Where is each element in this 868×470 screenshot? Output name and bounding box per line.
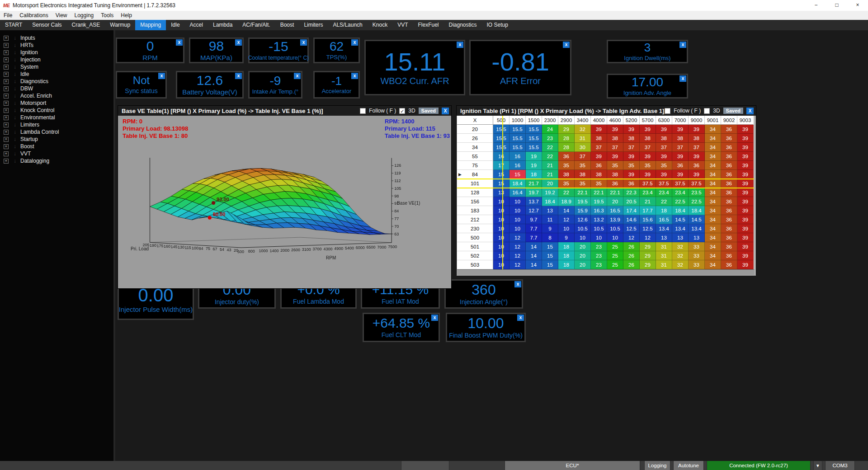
table-cell[interactable]: 34 xyxy=(705,152,721,161)
table-cell[interactable]: 22.3 xyxy=(623,188,640,197)
sidebar-item-datalogging[interactable]: +↓Datalogging xyxy=(4,157,113,164)
table-cell[interactable]: 39 xyxy=(737,125,754,134)
gauge-close-icon[interactable]: x xyxy=(294,73,301,79)
table-cell[interactable]: 36 xyxy=(721,188,737,197)
table-cell[interactable]: 17.4 xyxy=(623,206,640,215)
table-cell[interactable]: 39 xyxy=(591,125,607,134)
table-cell[interactable]: 33 xyxy=(689,260,705,269)
table-cell[interactable]: 10 xyxy=(493,215,509,224)
table-cell[interactable]: 10 xyxy=(493,242,509,251)
table-cell[interactable]: 35 xyxy=(591,179,607,188)
gauge-close-icon[interactable]: x xyxy=(431,315,438,321)
table-cell[interactable]: 37 xyxy=(591,143,607,152)
table-cell[interactable]: 37.5 xyxy=(672,179,689,188)
table-cell[interactable]: 15.9 xyxy=(575,206,591,215)
table-cell[interactable]: 7.7 xyxy=(526,224,542,233)
gauge-close-icon[interactable]: x xyxy=(235,73,242,79)
table-cell[interactable]: 12 xyxy=(640,233,656,242)
table-cell[interactable]: 10 xyxy=(493,206,509,215)
gauge-tps[interactable]: 62TPS(%)x xyxy=(313,38,360,63)
table-cell[interactable]: 11 xyxy=(542,215,558,224)
table-cell[interactable]: 36 xyxy=(721,143,737,152)
menu-help[interactable]: Help xyxy=(117,11,136,20)
table-cell[interactable]: 15 xyxy=(493,170,509,179)
table-cell[interactable]: 10 xyxy=(509,224,526,233)
tab-vvt[interactable]: VVT xyxy=(392,20,413,30)
menu-calibrations[interactable]: Calibrations xyxy=(16,11,52,20)
table-cell[interactable]: 25 xyxy=(607,242,623,251)
tab-warmup[interactable]: Warmup xyxy=(105,20,135,30)
table-cell[interactable]: 16.4 xyxy=(509,188,526,197)
table-cell[interactable]: 34 xyxy=(705,251,721,260)
tab-mapping[interactable]: Mapping xyxy=(135,20,166,30)
threed-checkbox[interactable] xyxy=(704,108,710,114)
table-cell[interactable]: 13 xyxy=(493,188,509,197)
gauge-close-icon[interactable]: x xyxy=(679,75,686,82)
table-cell[interactable]: 39 xyxy=(656,152,672,161)
table-cell[interactable]: 12 xyxy=(623,233,640,242)
table-cell[interactable]: 36 xyxy=(721,242,737,251)
tab-flexfuel[interactable]: FlexFuel xyxy=(413,20,443,30)
sidebar-item-knock-control[interactable]: +↓Knock Control xyxy=(4,107,113,114)
table-cell[interactable]: 18.4 xyxy=(509,179,526,188)
table-cell[interactable]: 36 xyxy=(721,152,737,161)
table-cell[interactable]: 19.5 xyxy=(591,197,607,206)
table-cell[interactable]: 10 xyxy=(493,197,509,206)
table-cell[interactable]: 19 xyxy=(526,152,542,161)
table-cell[interactable]: 16.5 xyxy=(656,215,672,224)
tab-idle[interactable]: Idle xyxy=(166,20,184,30)
table-cell[interactable]: 22 xyxy=(558,188,575,197)
table-cell[interactable]: 39 xyxy=(623,125,640,134)
table-cell[interactable]: 19.5 xyxy=(575,197,591,206)
status-com3[interactable]: COM3 xyxy=(825,461,855,470)
table-cell[interactable]: 14 xyxy=(526,242,542,251)
gauge-close-icon[interactable]: x xyxy=(300,39,307,46)
table-cell[interactable]: 39 xyxy=(689,170,705,179)
table-cell[interactable]: 39 xyxy=(607,125,623,134)
table-cell[interactable]: 39 xyxy=(737,152,754,161)
table-cell[interactable]: 39 xyxy=(640,170,656,179)
gauge-close-icon[interactable]: x xyxy=(679,42,686,48)
table-cell[interactable]: 34 xyxy=(705,242,721,251)
table-cell[interactable]: 16 xyxy=(493,152,509,161)
table-cell[interactable]: 18 xyxy=(656,206,672,215)
sidebar-item-startup[interactable]: +↓Startup xyxy=(4,136,113,143)
gauge-afr-error[interactable]: -0.81AFR Errorx xyxy=(469,40,571,95)
gauge-inj-angle[interactable]: 360Injection Angle(°)x xyxy=(444,279,523,309)
expand-plus-icon[interactable]: + xyxy=(4,43,9,48)
table-cell[interactable]: 17.7 xyxy=(640,206,656,215)
table-cell[interactable]: 38 xyxy=(689,134,705,143)
table-cell[interactable]: 10 xyxy=(509,197,526,206)
gauge-rpm[interactable]: 0RPMx xyxy=(116,38,184,63)
tab-sensor-cals[interactable]: Sensor Cals xyxy=(27,20,66,30)
table-cell[interactable]: 39 xyxy=(607,152,623,161)
table-cell[interactable]: 38 xyxy=(575,170,591,179)
panel-close-button[interactable]: X xyxy=(746,108,754,114)
table-cell[interactable]: 38 xyxy=(558,170,575,179)
table-cell[interactable]: 12.6 xyxy=(575,215,591,224)
expand-plus-icon[interactable]: + xyxy=(4,50,9,55)
table-cell[interactable]: 18 xyxy=(558,251,575,260)
table-cell[interactable]: 15.5 xyxy=(493,143,509,152)
follow-checkbox[interactable] xyxy=(665,108,670,114)
panel-close-button[interactable]: X xyxy=(442,108,449,114)
table-cell[interactable]: 36 xyxy=(721,206,737,215)
table-cell[interactable]: 19.7 xyxy=(526,188,542,197)
table-cell[interactable]: 13.7 xyxy=(526,197,542,206)
table-cell[interactable]: 39 xyxy=(737,179,754,188)
table-cell[interactable]: 37.5 xyxy=(640,179,656,188)
tab-ac-fan-alt-[interactable]: AC/Fan/Alt. xyxy=(237,20,275,30)
table-cell[interactable]: 37.5 xyxy=(689,179,705,188)
table-cell[interactable]: 14.5 xyxy=(689,215,705,224)
sidebar-splitter[interactable] xyxy=(113,30,115,461)
tab-boost[interactable]: Boost xyxy=(275,20,299,30)
table-cell[interactable]: 34 xyxy=(705,179,721,188)
table-cell[interactable]: 20 xyxy=(575,260,591,269)
table-cell[interactable]: 15.5 xyxy=(509,143,526,152)
sidebar-item-environmental[interactable]: +↓Environmental xyxy=(4,114,113,121)
gauge-iat[interactable]: -9Intake Air Temp.(°x xyxy=(248,71,302,99)
table-cell[interactable]: 25 xyxy=(607,251,623,260)
table-cell[interactable]: 34 xyxy=(705,125,721,134)
table-cell[interactable]: 28 xyxy=(558,143,575,152)
table-cell[interactable]: 36 xyxy=(558,152,575,161)
